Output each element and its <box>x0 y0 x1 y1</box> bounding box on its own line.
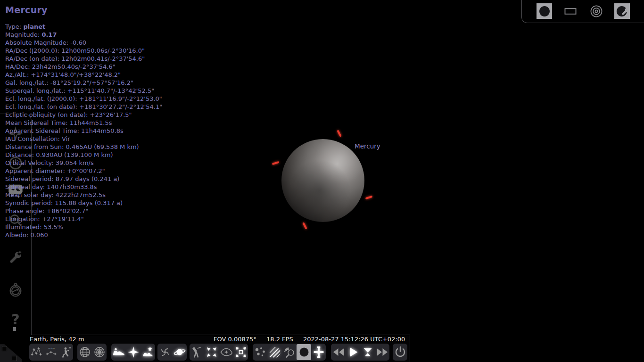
info-line: Mean Sidereal Time: 11h44m51.5s <box>5 119 162 127</box>
increase-time-speed-button[interactable] <box>375 344 389 360</box>
planet-label[interactable]: Mercury <box>355 142 380 150</box>
info-line: Ecl. long./lat. (J2000.0): +181°11'16.9"… <box>5 95 162 103</box>
constellation-art-icon <box>60 346 72 358</box>
oculars-settings-button[interactable] <box>614 3 630 19</box>
quit-group <box>393 344 407 361</box>
info-line: RA/Dec (on date): 12h02m00.41s/-2°37'54.… <box>5 55 162 63</box>
astrolabe-icon <box>8 282 23 297</box>
info-line: IAU Constellation: Vir <box>5 135 162 143</box>
info-line: Magnitude: 0.17 <box>5 31 162 39</box>
ocular-circle-icon <box>298 346 310 358</box>
fullscreen-arrows-icon <box>235 346 247 358</box>
cardinal-points-button[interactable] <box>126 344 140 360</box>
sensor-frame-toggle-button[interactable] <box>562 3 578 19</box>
status-fps: 18.2 FPS <box>266 336 293 343</box>
quit-button[interactable] <box>393 344 407 360</box>
objects-group <box>157 344 187 361</box>
info-line: RA/Dec (J2000.0): 12h00m50.06s/-2°30'16.… <box>5 47 162 55</box>
play-icon <box>347 346 359 358</box>
info-line: Az./Alt.: +174°31'48.0"/+38°22'48.2" <box>5 71 162 79</box>
equatorial-grid-button[interactable] <box>77 344 92 360</box>
atmosphere-icon <box>142 346 154 358</box>
atmosphere-button[interactable] <box>140 344 155 360</box>
info-line: Albedo: 0.060 <box>5 231 162 239</box>
object-title: Mercury <box>5 4 162 16</box>
info-line: Apparent Sidereal Time: 11h44m50.8s <box>5 127 162 135</box>
meteor-showers-button[interactable] <box>267 344 282 360</box>
status-datetime[interactable]: 2022-08-27 15:12:26 UTC+02:00 <box>303 336 405 343</box>
landscape-group <box>111 344 155 361</box>
planet-mercury[interactable] <box>281 139 364 222</box>
telrad-toggle-button[interactable] <box>588 3 604 19</box>
hourglass-icon <box>362 346 374 358</box>
info-line: Phase angle: +86°02'02.7" <box>5 207 162 215</box>
crosshair-plus-icon <box>313 346 325 358</box>
info-line: Distance: 0.930AU (139.100 M km) <box>5 151 162 159</box>
ocular-view-button[interactable] <box>297 344 311 360</box>
cardinal-points-icon <box>127 346 140 358</box>
play-normal-speed-button[interactable] <box>346 344 360 360</box>
info-line: Elongation: +27°19'11.4" <box>5 215 162 223</box>
fast-forward-icon <box>376 346 388 358</box>
toggle-left-bar-handle[interactable] <box>12 356 17 361</box>
telescope-mount-icon <box>191 346 203 358</box>
nebula-icon <box>159 346 171 358</box>
question-mark-icon: ? <box>8 313 23 328</box>
status-location[interactable]: Earth, Paris, 42 m <box>30 336 84 343</box>
info-line: Gal. long./lat.: -81°25'19.2"/+57°57'16.… <box>5 79 162 87</box>
center-arrows-icon <box>206 346 218 358</box>
ocular-view-toggle-button[interactable] <box>537 3 552 19</box>
night-mode-button[interactable] <box>219 344 233 360</box>
constellation-art-button[interactable] <box>58 344 73 360</box>
azimuthal-grid-icon <box>93 346 106 358</box>
svg-text:orion: orion <box>48 347 55 350</box>
info-line: Supergal. long./lat.: +115°11'40.7"/-13°… <box>5 87 162 95</box>
info-line: Apparent diameter: +0°00'07.2" <box>5 167 162 175</box>
info-line: Distance from Sun: 0.465AU (69.538 M km) <box>5 143 162 151</box>
constellation-lines-icon <box>31 346 43 358</box>
corner-grip[interactable] <box>0 342 22 362</box>
center-on-object-button[interactable] <box>204 344 219 360</box>
selection-marker <box>302 222 307 229</box>
ccd-frame-icon <box>563 4 578 18</box>
plugins-group <box>253 344 326 361</box>
mount-switch-button[interactable] <box>190 344 204 360</box>
status-fov: FOV 0.00875° <box>214 336 256 343</box>
planet-labels-button[interactable] <box>172 344 187 360</box>
rewind-icon <box>332 346 345 358</box>
selection-marker <box>337 130 341 137</box>
info-line: Synodic period: 115.88 days (0.317 a) <box>5 199 162 207</box>
selection-marker <box>365 196 373 199</box>
ground-button[interactable] <box>111 344 126 360</box>
fullscreen-button[interactable] <box>233 344 248 360</box>
constellation-lines-button[interactable] <box>29 344 44 360</box>
time-controls-group <box>331 344 389 361</box>
oculars-toolbar-panel <box>521 0 644 23</box>
telrad-circles-icon <box>589 4 603 18</box>
help-window-button[interactable]: ? <box>8 312 24 328</box>
telescope-goto-button[interactable] <box>311 344 326 360</box>
decrease-time-speed-button[interactable] <box>331 344 346 360</box>
equatorial-grid-icon <box>79 346 91 358</box>
ocular-wrench-icon <box>615 4 629 18</box>
info-line: Orbital Velocity: 39.054 km/s <box>5 159 162 167</box>
azimuthal-grid-button[interactable] <box>92 344 107 360</box>
info-line: Sidereal day: 1407h30m33.8s <box>5 183 162 191</box>
constellation-labels-button[interactable]: orion <box>44 344 58 360</box>
configuration-window-button[interactable] <box>8 249 24 265</box>
stellarium-screen: Mercury Type: planetMagnitude: 0.17Absol… <box>0 0 644 362</box>
selection-marker <box>272 161 280 165</box>
deep-sky-objects-button[interactable] <box>157 344 172 360</box>
meteor-shower-icon <box>269 346 281 358</box>
toggle-bottom-bar-handle[interactable] <box>2 346 7 351</box>
astronomical-calculations-window-button[interactable] <box>8 282 24 298</box>
night-vision-eye-icon <box>220 346 232 358</box>
set-time-to-now-button[interactable] <box>360 344 375 360</box>
ocular-circle-icon <box>537 4 552 18</box>
info-line: Illuminated: 53.5% <box>5 223 162 231</box>
object-info-panel: Mercury Type: planetMagnitude: 0.17Absol… <box>5 4 162 239</box>
satellites-button[interactable] <box>282 344 297 360</box>
info-line: Sidereal period: 87.97 days (0.241 a) <box>5 175 162 183</box>
exoplanets-button[interactable] <box>253 344 267 360</box>
power-icon <box>394 346 406 358</box>
